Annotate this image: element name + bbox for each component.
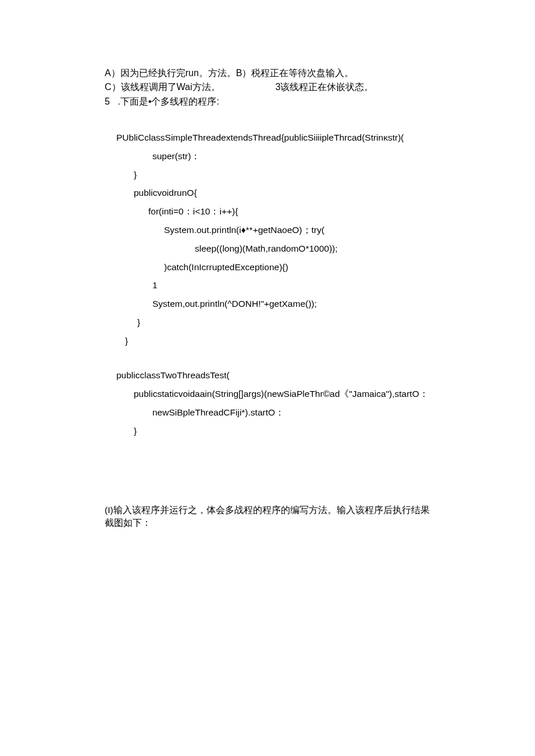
option-b: B）税程正在等待次盘输入。: [236, 68, 354, 78]
code-line: System.out.println(i♦**+getNaoeO)；try(: [116, 221, 430, 239]
code-line: publicstaticvoidaain(String[]args)(newSi…: [116, 385, 430, 403]
option-d: 3该线程正在休嵌状态。: [276, 82, 374, 92]
code-line: publicclassTwoThreadsTest(: [116, 366, 430, 385]
code-line: }: [116, 166, 430, 184]
code-line: )catch(InIcrruptedExceptione){): [116, 258, 430, 277]
question4-options-line2: C）该线程调用了Wai方法。3该线程正在休嵌状态。: [105, 81, 430, 94]
code-line: System,out.println(^DONH!"+getXame());: [116, 295, 430, 313]
code-line: newSiBpleThreadCFiji*).startO：: [116, 403, 430, 422]
code-line: 1: [116, 276, 430, 295]
code-line: super(str)：: [116, 147, 430, 166]
question5-number: 5: [105, 95, 115, 108]
code-line: }: [116, 313, 430, 332]
code-line: for(inti=0：i<10：i++){: [116, 202, 430, 221]
footer-instruction: (I)输入该程序并运行之，体会多战程的程序的编写方法。输入该程序后执行结果截图如…: [105, 504, 430, 529]
code-line: PUbliCclassSimpleThreadextendsThread{pub…: [116, 128, 430, 147]
code-line: publicvoidrunO{: [116, 184, 430, 202]
code-block-1: PUbliCclassSimpleThreadextendsThread{pub…: [116, 128, 430, 350]
code-line: }: [116, 422, 430, 440]
code-line: }: [116, 332, 430, 350]
option-c: C）该线程调用了Wai方法。: [105, 82, 220, 92]
question5-text: .下面是•个多线程的程序:: [115, 96, 219, 106]
question4-options-line1: A）因为已经执行完run。方法。B）税程正在等待次盘输入。: [105, 67, 430, 80]
code-block-2: publicclassTwoThreadsTest( publicstaticv…: [116, 366, 430, 440]
code-line: sleep((long)(Math,randomO*1000));: [116, 239, 430, 258]
option-a: A）因为已经执行完run。方法。: [105, 68, 236, 78]
question5-title-line: 5 .下面是•个多线程的程序:: [105, 95, 430, 108]
